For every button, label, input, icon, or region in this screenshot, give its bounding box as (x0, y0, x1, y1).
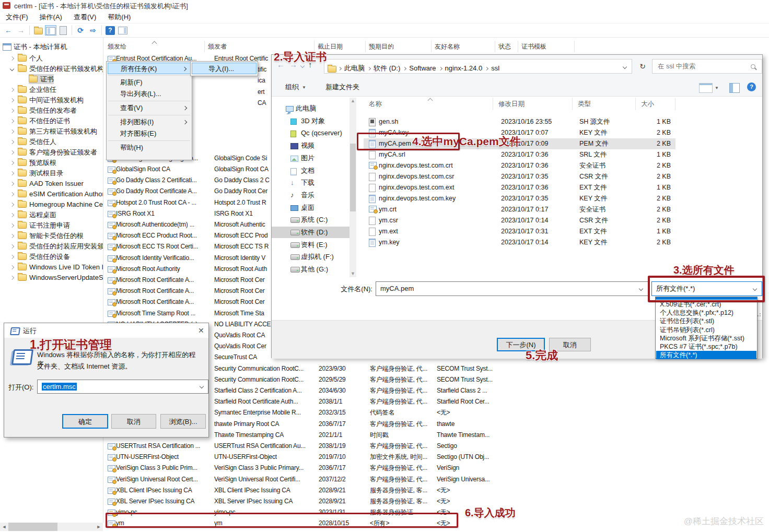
context-menu-item-2[interactable]: 刷新(F) (108, 77, 191, 88)
list-view-icon[interactable] (699, 83, 713, 93)
file-row[interactable]: myCA.srl2023/10/17 0:36SRL 文件1 KB (364, 149, 675, 160)
chevron-down-icon[interactable] (200, 384, 204, 388)
chevron-right-icon[interactable] (10, 140, 14, 144)
chevron-down-icon[interactable] (639, 287, 643, 291)
ok-button[interactable]: 确定 (62, 414, 108, 429)
context-menu-item-3[interactable]: 导出列表(L)... (108, 88, 191, 100)
tree-item-19[interactable]: 受信任的设备 (0, 252, 103, 262)
preview-pane-icon[interactable] (729, 83, 740, 93)
tree-item-10[interactable]: 预览版根 (0, 158, 103, 168)
filetype-option-3[interactable]: 证书吊销列表(*.crl) (656, 326, 756, 334)
forward-icon[interactable]: → (15, 25, 27, 36)
filetype-option-6[interactable]: 所有文件(*.*) (656, 351, 756, 359)
menu-item-2[interactable]: 查看(V) (68, 12, 102, 22)
nav-item-13[interactable]: 其他 (G:) (272, 264, 349, 275)
menu-item-0[interactable]: 文件(F) (0, 12, 34, 22)
action-pane-icon[interactable] (117, 25, 129, 36)
filetype-option-2[interactable]: 证书信任列表(*.stl) (656, 317, 756, 325)
chevron-right-icon[interactable] (10, 98, 14, 102)
chevron-down-icon[interactable] (10, 67, 14, 71)
chevron-down-icon[interactable] (623, 65, 627, 69)
certificate-row[interactable]: UTN-USERFirst-ObjectUTN-USERFirst-Object… (104, 452, 769, 463)
context-menu-item-7[interactable]: 排列图标(I) (108, 116, 191, 128)
chevron-right-icon[interactable] (10, 119, 14, 123)
certificate-row[interactable]: VeriSign Universal Root Cert...VeriSign … (104, 474, 769, 485)
nav-item-4[interactable]: 图片 (272, 152, 349, 164)
chevron-right-icon[interactable] (10, 234, 14, 238)
tree-item-2[interactable]: 证书 (0, 74, 103, 84)
breadcrumb-segment-2[interactable]: Software (407, 61, 438, 74)
nav-item-9[interactable]: 系统 (C:) (272, 214, 349, 226)
scroll-down-icon[interactable]: ▼ (349, 270, 356, 277)
nav-item-3[interactable]: 视频 (272, 140, 349, 151)
file-row[interactable]: nginx.devops.test.com.crt2023/10/17 0:36… (364, 160, 675, 171)
help-icon[interactable]: ? (747, 82, 756, 91)
menu-item-1[interactable]: 操作(A) (34, 12, 68, 22)
refresh-icon[interactable]: ↻ (636, 59, 649, 74)
search-box[interactable] (652, 59, 762, 74)
chevron-right-icon[interactable] (10, 213, 14, 217)
file-column-header-3[interactable]: 大小 (636, 98, 675, 110)
tree-item-20[interactable]: Windows Live ID Token Is (0, 262, 103, 272)
nav-item-12[interactable]: 虚拟机 (F:) (272, 251, 349, 263)
chevron-right-icon[interactable] (10, 244, 14, 249)
scroll-right-icon[interactable]: ► (95, 523, 103, 531)
chevron-right-icon[interactable] (10, 56, 14, 61)
filename-input[interactable]: myCA.pem (376, 281, 648, 296)
nav-item-10[interactable]: 软件 (D:) (272, 227, 349, 238)
file-row[interactable]: ym.ext2023/10/17 0:31EXT 文件1 KB (364, 226, 675, 237)
browse-button[interactable]: 浏览(B)... (160, 414, 206, 429)
context-menu-item-10[interactable]: 帮助(H) (108, 142, 191, 153)
file-row[interactable]: ym.csr2023/10/17 0:14CSR 文件2 KB (364, 215, 675, 226)
menu-item-3[interactable]: 帮助(H) (102, 12, 136, 22)
scrollbar-thumb[interactable] (8, 523, 57, 531)
scrollbar-thumb[interactable] (350, 144, 356, 211)
context-menu-item-5[interactable]: 查看(V) (108, 102, 191, 114)
file-row[interactable]: nginx.devops.test.com.key2023/10/17 0:35… (364, 193, 675, 204)
copy-icon[interactable] (57, 25, 69, 36)
tree-item-8[interactable]: 受信任人 (0, 137, 103, 147)
export-folder-icon[interactable] (32, 25, 44, 36)
chevron-right-icon[interactable] (10, 161, 14, 165)
chevron-down-icon[interactable]: ▼ (715, 86, 719, 90)
certificate-row[interactable]: XBL Client IPsec Issuing CAXBL Client IP… (104, 485, 769, 496)
chevron-right-icon[interactable] (10, 171, 14, 175)
column-header-3[interactable]: 预期目的 (366, 41, 432, 52)
tree-item-15[interactable]: 远程桌面 (0, 210, 103, 220)
filetype-option-5[interactable]: PKCS #7 证书(*.spc;*.p7b) (656, 342, 756, 351)
column-header-4[interactable]: 友好名称 (432, 41, 495, 52)
chevron-right-icon[interactable] (10, 223, 14, 228)
certificate-row[interactable]: VeriSign Class 3 Public Prim...VeriSign … (104, 463, 769, 474)
cancel-button[interactable]: 取消 (111, 414, 156, 429)
nav-item-8[interactable]: 桌面 (272, 202, 349, 214)
chevron-right-icon[interactable] (10, 182, 14, 186)
nav-item-11[interactable]: 资料 (E:) (272, 239, 349, 251)
file-row[interactable]: ym.crt2023/10/17 0:17安全证书2 KB (364, 204, 675, 215)
file-column-header-1[interactable]: 修改日期 (493, 98, 573, 110)
nav-item-2[interactable]: Qc (qcserver) (272, 127, 349, 139)
column-header-5[interactable]: 状态 (495, 41, 518, 52)
scroll-up-icon[interactable]: ▲ (349, 98, 356, 104)
search-icon[interactable] (751, 64, 755, 69)
chevron-right-icon[interactable] (10, 109, 14, 113)
context-menu-item-0[interactable]: 所有任务(K) (108, 63, 191, 74)
tree-item-5[interactable]: 受信任的发布者 (0, 105, 103, 115)
chevron-right-icon[interactable] (10, 255, 14, 259)
tree-item-6[interactable]: 不信任的证书 (0, 116, 103, 126)
tree-item-9[interactable]: 客户端身份验证颁发者 (0, 147, 103, 157)
filetype-option-1[interactable]: 个人信息交换(*.pfx;*.p12) (656, 309, 756, 317)
filetype-option-4[interactable]: Microsoft 系列证书存储(*.sst) (656, 334, 756, 342)
file-row[interactable]: gen.sh2023/10/16 23:55SH 源文件1 KB (364, 116, 675, 127)
breadcrumb-segment-1[interactable]: 软件 (D:) (371, 61, 402, 74)
nav-item-7[interactable]: ♪音乐 (272, 190, 349, 201)
context-menu-item-8[interactable]: 对齐图标(E) (108, 128, 191, 139)
tree-item-17[interactable]: 智能卡受信任的根 (0, 231, 103, 241)
tree-item-11[interactable]: 测试根目录 (0, 168, 103, 178)
file-column-header-2[interactable]: 类型 (573, 98, 636, 110)
column-header-6[interactable]: 证书模板 (518, 41, 575, 52)
tree-item-1[interactable]: 受信任的根证书颁发机构 (0, 64, 103, 74)
tree-item-16[interactable]: 证书注册申请 (0, 220, 103, 230)
breadcrumb-segment-3[interactable]: nginx-1.24.0 (443, 61, 485, 74)
tree-item-13[interactable]: eSIM Certification Authorit (0, 189, 103, 199)
chevron-right-icon[interactable] (10, 150, 14, 155)
